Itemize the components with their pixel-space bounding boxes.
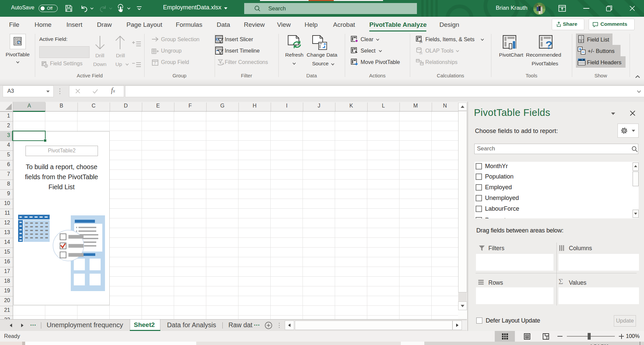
svg-text:?: ? [545, 39, 552, 51]
svg-text:7: 7 [154, 62, 156, 65]
svg-text:fx: fx [420, 39, 423, 43]
svg-text:fx: fx [420, 51, 423, 55]
